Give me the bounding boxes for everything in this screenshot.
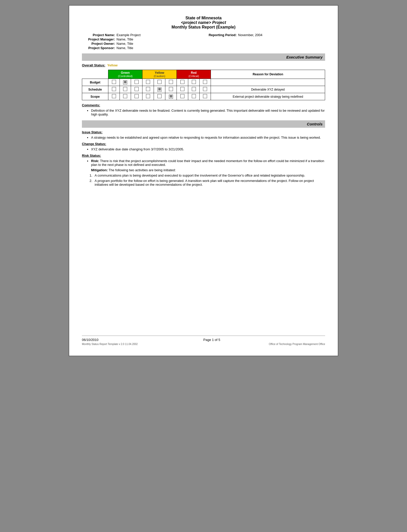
comments-section: Comments: Definition of the XYZ delivera…	[82, 103, 325, 116]
manager-label: Project Manager:	[82, 37, 115, 41]
reporting-period-value: November, 2004	[238, 33, 262, 37]
budget-green3	[135, 80, 139, 84]
manager-row: Project Manager: Name, Title	[82, 37, 204, 41]
owner-label: Project Owner:	[82, 42, 115, 46]
budget-yellow1	[146, 80, 150, 84]
budget-yellow2	[157, 80, 162, 84]
schedule-green3	[135, 87, 139, 91]
mitigation-intro: Mitigation: The following two activities…	[82, 168, 325, 172]
schedule-yellow3	[169, 87, 173, 91]
budget-label: Budget	[82, 79, 108, 86]
scope-red1	[180, 94, 184, 98]
mitigation-text: The following two activities are being i…	[108, 168, 176, 172]
mitigation-item-1: A communications plan is being developed…	[90, 174, 325, 177]
owner-row: Project Owner: Name, Title	[82, 42, 204, 46]
budget-red2	[192, 80, 196, 84]
report-title: State of Minnesota <project name> Projec…	[82, 16, 325, 30]
schedule-red1	[180, 87, 184, 91]
footer-template: Monthly Status Report Template v 2.0 11.…	[82, 343, 138, 346]
mitigation-item-2: A program portfolio for the follow-on ef…	[90, 179, 325, 186]
overall-status: Overall Status: Yellow	[82, 63, 325, 67]
mitigation-list: A communications plan is being developed…	[82, 174, 325, 186]
th-reason: Reason for Deviation	[211, 70, 325, 79]
executive-summary-title: Executive Summary	[84, 55, 323, 59]
manager-value: Name, Title	[117, 37, 133, 41]
footer-date: 06/10/2010	[82, 338, 98, 342]
scope-red2	[192, 94, 196, 98]
scope-green1	[112, 94, 116, 98]
budget-red3	[203, 80, 207, 84]
footer: 06/10/2010 Page 1 of 5 Monthly Status Re…	[82, 336, 325, 346]
risk-status-label: Risk Status:	[82, 154, 325, 157]
controls-section: Issue Status: A strategy needs to be est…	[82, 130, 325, 186]
change-status-list: XYZ deliverable due date changing from 3…	[82, 147, 325, 151]
controls-header: Controls	[82, 120, 325, 128]
issue-item-1: A strategy needs to be established and a…	[87, 136, 325, 139]
change-status-label: Change Status:	[82, 142, 325, 146]
project-name-label: Project Name:	[82, 33, 115, 37]
change-item-1: XYZ deliverable due date changing from 3…	[87, 147, 325, 151]
title-line2: <project name> Project	[82, 20, 325, 25]
sponsor-row: Project Sponsor: Name, Title	[82, 46, 204, 50]
budget-yellow3	[169, 80, 173, 84]
project-name-row: Project Name: Example Project	[82, 33, 204, 37]
issue-status-list: A strategy needs to be established and a…	[82, 136, 325, 139]
table-row-budget: Budget ☒	[82, 79, 325, 86]
sponsor-value: Name, Title	[117, 46, 133, 50]
schedule-yellow1	[146, 87, 150, 91]
footer-page: Page 1 of 5	[203, 338, 220, 342]
sponsor-label: Project Sponsor:	[82, 46, 115, 50]
controls-title: Controls	[84, 122, 323, 126]
scope-green3	[135, 94, 139, 98]
th-red: Red (Critical)	[177, 70, 211, 79]
schedule-label: Schedule	[82, 86, 108, 93]
schedule-reason: Deliverable XYZ delayed	[211, 86, 325, 93]
schedule-yellow2: ☒	[157, 88, 162, 92]
reporting-period-label: Reporting Period:	[204, 33, 237, 37]
scope-green2	[123, 94, 127, 98]
budget-green2: ☒	[123, 80, 127, 84]
comment-item-1: Definition of the XYZ deliverable needs …	[87, 109, 325, 116]
schedule-green2	[123, 87, 127, 91]
report-page: State of Minnesota <project name> Projec…	[69, 5, 338, 356]
schedule-red2	[192, 87, 196, 91]
scope-label: Scope	[82, 93, 108, 100]
risk-item-1: Risk: There is risk that the project acc…	[87, 159, 325, 167]
budget-reason	[211, 79, 325, 86]
status-table: Green (Controlled) Yellow (Caution) Red …	[82, 70, 325, 100]
mitigation-bold: Mitigation:	[91, 168, 108, 172]
title-line1: State of Minnesota	[82, 16, 325, 20]
scope-reason: External project deliverable strategy be…	[211, 93, 325, 100]
risk-bold: Risk:	[91, 159, 99, 163]
risk-list: Risk: There is risk that the project acc…	[82, 159, 325, 167]
scope-yellow3: ☒	[169, 95, 173, 99]
executive-summary-header: Executive Summary	[82, 53, 325, 61]
th-yellow: Yellow (Caution)	[142, 70, 177, 79]
th-green: Green (Controlled)	[108, 70, 142, 79]
table-row-scope: Scope ☒ External project deliverable str…	[82, 93, 325, 100]
schedule-red3	[203, 87, 207, 91]
title-line3: Monthly Status Report (Example)	[82, 25, 325, 30]
overall-status-label: Overall Status:	[82, 63, 105, 67]
budget-green1	[112, 80, 116, 84]
budget-red1	[180, 80, 184, 84]
scope-red3	[203, 94, 207, 98]
table-row-schedule: Schedule ☒ Deliverable XYZ delayed	[82, 86, 325, 93]
risk-text: There is risk that the project accomplis…	[91, 159, 324, 167]
footer-office: Office of Technology Program Management …	[269, 343, 325, 346]
overall-status-value: Yellow	[107, 63, 118, 67]
comments-label: Comments:	[82, 103, 325, 107]
owner-value: Name, Title	[117, 42, 133, 46]
project-info: Project Name: Example Project Reporting …	[82, 33, 325, 50]
comments-list: Definition of the XYZ deliverable needs …	[82, 109, 325, 116]
reporting-period-row: Reporting Period: November, 2004	[204, 33, 325, 37]
issue-status-label: Issue Status:	[82, 130, 325, 134]
scope-yellow2	[157, 94, 162, 98]
project-name-value: Example Project	[117, 33, 141, 37]
scope-yellow1	[146, 94, 150, 98]
schedule-green1	[112, 87, 116, 91]
